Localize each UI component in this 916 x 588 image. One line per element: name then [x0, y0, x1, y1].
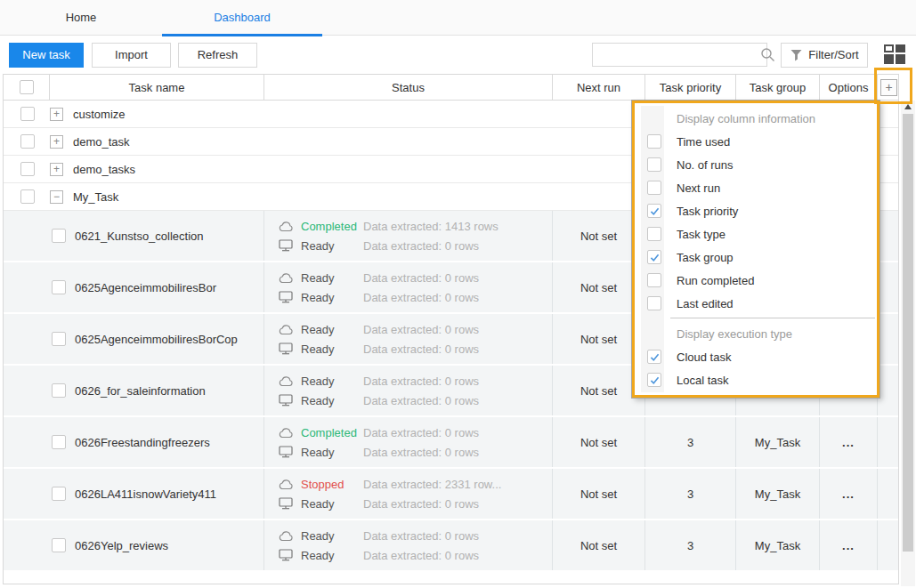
local-device-icon [277, 446, 295, 458]
menu-item[interactable]: Local task [635, 368, 877, 391]
row-checkbox[interactable] [52, 538, 66, 552]
row-checkbox[interactable] [20, 189, 35, 204]
header-task-name[interactable]: Task name [50, 75, 264, 100]
row-checkbox[interactable] [20, 107, 35, 121]
local-device-icon [277, 497, 295, 510]
menu-checkbox[interactable] [647, 296, 661, 310]
options-button[interactable]: ... [820, 417, 878, 467]
local-device-icon [277, 549, 295, 561]
menu-item[interactable]: Last edited [635, 292, 877, 315]
task-priority-value: 3 [645, 469, 736, 519]
menu-checkbox[interactable] [647, 373, 661, 387]
local-extracted: Data extracted: 0 rows [363, 549, 479, 562]
menu-item[interactable]: Task group [635, 246, 877, 269]
filter-sort-button[interactable]: Filter/Sort [781, 43, 868, 68]
row-checkbox[interactable] [52, 435, 66, 449]
select-all-checkbox[interactable] [20, 80, 34, 94]
local-status: Ready [301, 497, 363, 511]
expand-toggle-icon[interactable]: − [50, 190, 63, 204]
cloud-icon [277, 375, 295, 387]
menu-item[interactable]: Task type [635, 222, 877, 246]
header-task-priority[interactable]: Task priority [645, 75, 736, 100]
menu-item[interactable]: Task priority [635, 199, 877, 222]
options-button[interactable]: ... [820, 520, 878, 570]
row-end-spacer [878, 262, 899, 312]
menu-checkbox[interactable] [647, 273, 661, 287]
local-status: Ready [301, 291, 363, 304]
layout-grid-icon[interactable] [884, 44, 906, 65]
next-run-value: Not set [553, 469, 645, 519]
task-priority-value: 3 [645, 417, 736, 467]
vertical-scrollbar[interactable] [901, 101, 915, 586]
local-status: Ready [301, 446, 363, 459]
task-group-value: My_Task [736, 417, 820, 467]
menu-item[interactable]: No. of runs [635, 153, 877, 176]
row-end-spacer [878, 469, 899, 519]
local-extracted: Data extracted: 0 rows [363, 497, 479, 511]
header-options[interactable]: Options [820, 75, 878, 100]
task-row[interactable]: 0626LA411isnowVariety411 Stopped Data ex… [4, 469, 898, 520]
row-checkbox[interactable] [52, 383, 66, 398]
cloud-status: Ready [301, 529, 363, 543]
row-checkbox[interactable] [20, 162, 35, 176]
cloud-extracted: Data extracted: 0 rows [363, 323, 479, 336]
task-row[interactable]: 0626Yelp_reviews Ready Data extracted: 0… [4, 520, 898, 572]
menu-checkbox[interactable] [647, 157, 661, 172]
menu-checkbox[interactable] [647, 134, 661, 149]
options-button[interactable]: ... [820, 469, 878, 519]
tab-dashboard[interactable]: Dashboard [162, 0, 322, 36]
row-end-spacer [878, 366, 899, 415]
local-device-icon [277, 342, 295, 355]
expand-toggle-icon[interactable]: + [50, 163, 63, 176]
local-device-icon [277, 394, 295, 407]
task-name: 0621_Kunstso_collection [75, 230, 204, 243]
import-button[interactable]: Import [92, 43, 171, 68]
group-name: customize [73, 108, 126, 121]
menu-checkbox[interactable] [647, 181, 661, 195]
cloud-extracted: Data extracted: 0 rows [363, 529, 479, 543]
cloud-extracted: Data extracted: 1413 rows [363, 220, 499, 233]
row-checkbox[interactable] [20, 134, 35, 149]
add-column-button[interactable]: + [880, 79, 897, 96]
expand-toggle-icon[interactable]: + [50, 135, 63, 149]
cloud-extracted: Data extracted: 0 rows [363, 271, 479, 285]
menu-checkbox[interactable] [647, 227, 661, 241]
task-name: 0626_for_saleinformation [75, 384, 206, 398]
search-input[interactable] [593, 44, 760, 66]
menu-item[interactable]: Cloud task [635, 345, 877, 368]
header-next-run[interactable]: Next run [553, 75, 645, 100]
task-row[interactable]: 0626Freestandingfreezers Completed Data … [4, 417, 898, 469]
menu-checkbox[interactable] [647, 350, 661, 364]
header-status[interactable]: Status [264, 75, 553, 100]
row-checkbox[interactable] [52, 487, 66, 501]
task-group-value: My_Task [736, 520, 820, 570]
menu-item[interactable]: Run completed [635, 269, 877, 292]
cloud-status: Ready [301, 271, 363, 285]
row-checkbox[interactable] [52, 280, 66, 294]
local-device-icon [277, 291, 295, 303]
refresh-button[interactable]: Refresh [178, 43, 257, 68]
menu-section-title: Display column information [635, 107, 877, 130]
row-checkbox[interactable] [52, 229, 66, 243]
expand-toggle-icon[interactable]: + [50, 108, 63, 121]
menu-checkbox[interactable] [647, 250, 661, 264]
filter-icon [790, 49, 803, 61]
menu-section-title: Display execution type [635, 322, 877, 345]
menu-item-label: No. of runs [677, 158, 734, 172]
header-task-group[interactable]: Task group [736, 75, 820, 100]
local-status: Ready [301, 394, 363, 407]
menu-item[interactable]: Next run [635, 176, 877, 199]
cloud-status: Ready [301, 323, 363, 336]
scroll-up-arrow[interactable] [901, 101, 915, 113]
menu-item[interactable]: Time used [635, 130, 877, 153]
local-status: Ready [301, 549, 363, 562]
menu-item-label: Run completed [677, 274, 754, 287]
row-end-spacer [878, 211, 899, 261]
row-checkbox[interactable] [52, 332, 66, 346]
local-extracted: Data extracted: 0 rows [363, 291, 479, 304]
new-task-button[interactable]: New task [9, 43, 84, 68]
menu-checkbox[interactable] [647, 204, 661, 218]
tab-home[interactable]: Home [0, 0, 162, 36]
group-name: demo_task [73, 135, 130, 149]
scrollbar-thumb[interactable] [903, 114, 913, 552]
